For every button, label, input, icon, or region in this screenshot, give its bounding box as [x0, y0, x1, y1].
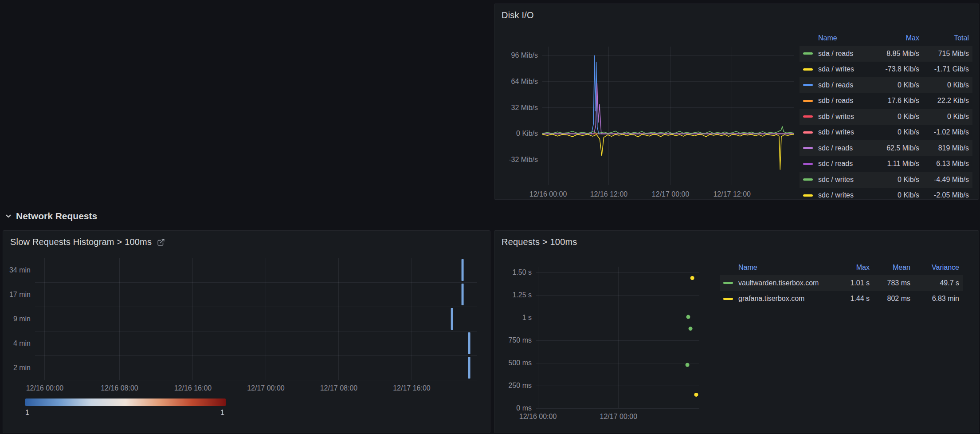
legend-row[interactable]: sda / writes-73.8 Kib/s-1.71 Gib/s	[800, 62, 972, 78]
legend-row[interactable]: sdc / reads62.5 Mib/s819 Mib/s	[800, 140, 972, 156]
row-network-requests[interactable]: Network Requests	[4, 209, 97, 223]
legend-row[interactable]: sdc / writes0 Kib/s-4.49 Mib/s	[800, 172, 972, 188]
series-line	[542, 126, 794, 133]
legend-series-name[interactable]: sdc / writes	[818, 191, 870, 199]
disk-io-chart[interactable]: 12/16 00:0012/16 12:0012/17 00:0012/17 1…	[512, 31, 849, 200]
axis-tick-label: 12/16 16:00	[174, 384, 212, 392]
legend-value: 819 Mib/s	[919, 144, 969, 152]
series-color-swatch	[723, 298, 733, 300]
disk-io-legend: NameMaxTotalsda / reads8.85 Mib/s715 Mib…	[800, 31, 972, 200]
panel-title[interactable]: Requests > 100ms	[502, 237, 577, 247]
legend-value: 1.44 s	[829, 295, 870, 303]
axis-tick-label: 12/17 16:00	[393, 384, 431, 392]
legend-row[interactable]: grafana.tiserbox.com1.44 s802 ms6.83 min	[720, 291, 963, 307]
series-color-swatch	[803, 194, 813, 197]
scatter-point	[686, 363, 690, 367]
heatmap-cell	[462, 284, 464, 305]
series-color-swatch	[803, 68, 813, 71]
legend-column-header[interactable]: Mean	[870, 264, 910, 272]
legend-row[interactable]: sdb / writes0 Kib/s0 Kib/s	[800, 109, 972, 125]
legend-column-header[interactable]: Max	[829, 264, 870, 272]
axis-tick-label: 12/17 00:00	[247, 384, 285, 392]
axis-tick-label: 12/16 08:00	[101, 384, 138, 392]
legend-series-name[interactable]: sdb / reads	[818, 97, 870, 105]
axis-tick-label: 12/17 00:00	[600, 413, 638, 420]
legend-column-header[interactable]: Name	[738, 264, 829, 272]
series-line	[542, 55, 794, 134]
axis-tick-label: 96 Mib/s	[511, 51, 538, 59]
axis-tick-label: 17 min	[9, 291, 31, 298]
panel-title[interactable]: Slow Requests Histogram > 100ms	[10, 237, 152, 247]
scatter-point	[689, 327, 693, 331]
series-line	[542, 134, 794, 170]
slow-requests-heatmap[interactable]: 34 min17 min9 min4 min2 min12/16 00:0012…	[7, 253, 486, 395]
legend-value: 62.5 Mib/s	[870, 144, 919, 152]
legend-value: 802 ms	[870, 295, 910, 303]
external-link-icon[interactable]	[157, 238, 165, 246]
legend-series-name[interactable]: sdc / writes	[818, 176, 870, 184]
panel-header: Requests > 100ms	[502, 237, 577, 247]
legend-header-row: NameMaxTotal	[800, 31, 972, 46]
legend-series-name[interactable]: sda / writes	[818, 65, 870, 73]
panel-header: Disk I/O	[502, 10, 534, 20]
heatmap-cell	[462, 259, 464, 281]
legend-value: 0 Kib/s	[870, 191, 919, 199]
axis-tick-label: 1.25 s	[512, 291, 532, 299]
axis-tick-label: -32 Mib/s	[509, 156, 538, 163]
series-color-swatch	[723, 282, 733, 284]
legend-value: -1.02 Mib/s	[919, 128, 969, 136]
legend-column-header[interactable]: Variance	[910, 264, 959, 272]
legend-series-name[interactable]: sdc / reads	[818, 144, 870, 152]
legend-value: 0 Kib/s	[870, 128, 919, 136]
legend-value: 0 Kib/s	[870, 113, 919, 121]
legend-row[interactable]: vaultwarden.tiserbox.com1.01 s783 ms49.7…	[720, 275, 963, 291]
axis-tick-label: 12/16 00:00	[529, 190, 567, 198]
axis-tick-label: 12/17 08:00	[320, 384, 358, 392]
scatter-point	[690, 276, 694, 280]
legend-row[interactable]: sdc / reads1.11 Mib/s6.13 Mib/s	[800, 156, 972, 172]
panel-title[interactable]: Disk I/O	[502, 10, 534, 20]
legend-value: 49.7 s	[910, 279, 959, 287]
heatmap-cell	[468, 332, 470, 354]
legend-value: 17.6 Kib/s	[870, 97, 919, 105]
axis-tick-label: 12/16 00:00	[519, 413, 557, 420]
heatmap-color-scale	[25, 398, 226, 406]
legend-series-name[interactable]: sda / reads	[818, 50, 870, 58]
legend-value: -2.05 Mib/s	[919, 191, 969, 199]
heatmap-cell	[451, 308, 453, 330]
axis-tick-label: 0 ms	[516, 404, 532, 412]
axis-tick-label: 12/16 12:00	[590, 190, 628, 198]
legend-series-name[interactable]: grafana.tiserbox.com	[738, 295, 829, 303]
legend-value: 6.83 min	[910, 295, 959, 303]
legend-value: -4.49 Mib/s	[919, 176, 969, 184]
panel-slow-requests-histogram: Slow Requests Histogram > 100ms 34 min17…	[3, 230, 490, 433]
legend-row[interactable]: sdb / writes0 Kib/s-1.02 Mib/s	[800, 125, 972, 141]
chevron-down-icon[interactable]	[4, 212, 12, 220]
axis-tick-label: 9 min	[13, 315, 31, 323]
panel-requests: Requests > 100ms 1.50 s1.25 s1 s750 ms50…	[494, 230, 979, 433]
legend-value: 6.13 Mib/s	[919, 160, 969, 168]
legend-series-name[interactable]: vaultwarden.tiserbox.com	[738, 279, 829, 287]
legend-value: 1.01 s	[829, 279, 870, 287]
legend-column-header[interactable]: Name	[818, 34, 870, 42]
series-color-swatch	[803, 163, 813, 165]
legend-series-name[interactable]: sdb / writes	[818, 128, 870, 136]
series-color-swatch	[803, 178, 813, 181]
axis-tick-label: 500 ms	[509, 359, 532, 367]
panel-header: Slow Requests Histogram > 100ms	[10, 237, 165, 247]
legend-row[interactable]: sdc / writes0 Kib/s-2.05 Mib/s	[800, 188, 972, 200]
legend-row[interactable]: sdb / reads17.6 Kib/s22.2 Kib/s	[800, 93, 972, 109]
series-color-swatch	[803, 115, 813, 118]
legend-column-header[interactable]: Max	[870, 34, 919, 42]
legend-series-name[interactable]: sdc / reads	[818, 160, 870, 168]
legend-series-name[interactable]: sdb / writes	[818, 113, 870, 121]
axis-tick-label: 1.50 s	[512, 268, 532, 276]
legend-value: 0 Kib/s	[870, 81, 919, 89]
legend-value: 0 Kib/s	[919, 81, 969, 89]
legend-row[interactable]: sda / reads8.85 Mib/s715 Mib/s	[800, 46, 972, 62]
legend-column-header[interactable]: Total	[919, 34, 969, 42]
legend-series-name[interactable]: sdb / reads	[818, 81, 870, 89]
series-color-swatch	[803, 52, 813, 55]
requests-scatter-chart[interactable]: 1.50 s1.25 s1 s750 ms500 ms250 ms0 ms12/…	[517, 262, 712, 426]
legend-row[interactable]: sdb / reads0 Kib/s0 Kib/s	[800, 77, 972, 93]
